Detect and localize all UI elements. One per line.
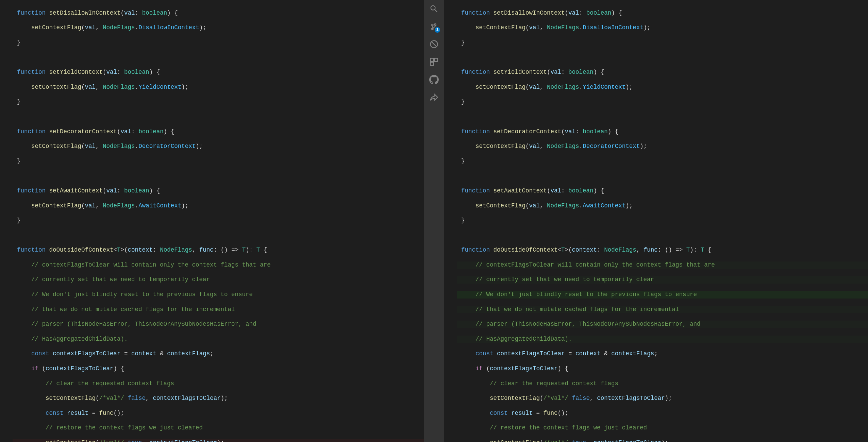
svg-point-0: [431, 28, 434, 30]
search-icon[interactable]: [429, 3, 439, 14]
share-icon[interactable]: [429, 92, 439, 103]
diff-view-container: function setDisallowInContext(val: boole…: [0, 0, 868, 442]
extensions-icon[interactable]: [429, 56, 439, 67]
left-editor-pane[interactable]: function setDisallowInContext(val: boole…: [0, 0, 424, 442]
left-code: function setDisallowInContext(val: boole…: [0, 2, 424, 442]
svg-rect-5: [431, 62, 434, 65]
right-editor-pane[interactable]: function setDisallowInContext(val: boole…: [444, 0, 868, 442]
svg-rect-4: [434, 58, 437, 62]
debug-icon[interactable]: [429, 39, 439, 50]
svg-rect-3: [431, 58, 434, 62]
right-code: function setDisallowInContext(val: boole…: [444, 2, 868, 442]
activity-bar: 1: [424, 0, 444, 442]
svg-line-2: [431, 41, 437, 47]
source-control-icon[interactable]: 1: [429, 21, 439, 32]
scm-badge: 1: [435, 27, 440, 33]
github-icon[interactable]: [429, 74, 439, 85]
